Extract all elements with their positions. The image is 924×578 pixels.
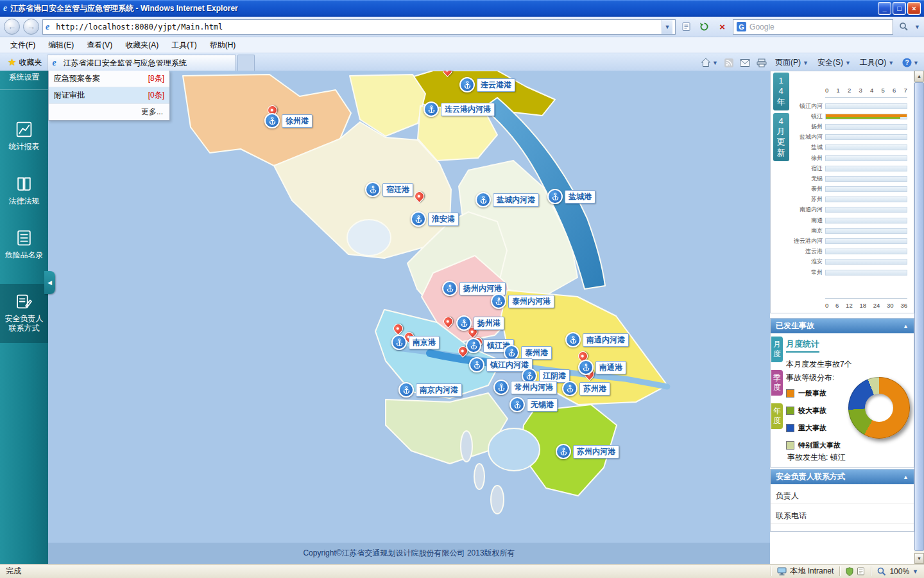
tab-char: 度 xyxy=(771,349,783,359)
command-text-buttons: 页面(P)▼安全(S)▼工具(O)▼ xyxy=(773,56,896,69)
close-button[interactable]: × xyxy=(907,2,921,15)
axis-tick-label: 36 xyxy=(900,302,907,309)
port-marker[interactable]: 连云港港 xyxy=(459,77,515,92)
sidebar-item-system-settings[interactable]: 系统设置 xyxy=(0,71,48,90)
port-marker[interactable]: 南通港 xyxy=(578,360,626,375)
search-box[interactable]: G Google xyxy=(733,19,893,35)
port-marker[interactable]: 宿迁港 xyxy=(365,182,413,197)
scroll-thumb[interactable] xyxy=(914,82,924,551)
title-bar: e 江苏省港口安全监管与应急管理系统 - Windows Internet Ex… xyxy=(0,0,924,17)
command-button[interactable]: 安全(S)▼ xyxy=(816,56,853,69)
minimize-button[interactable]: _ xyxy=(878,2,891,15)
command-button[interactable]: 页面(P)▼ xyxy=(773,56,810,69)
scroll-up-button[interactable]: ▲ xyxy=(914,71,924,82)
chart-row-label: 连云港内河 xyxy=(790,237,825,245)
port-marker[interactable]: 苏州港 xyxy=(562,381,610,396)
quick-panel-row[interactable]: 附证审批[0条] xyxy=(49,87,169,104)
axis-tick-label: 0 xyxy=(825,302,828,309)
address-dropdown-icon[interactable]: ▼ xyxy=(662,20,672,34)
forward-button[interactable]: → xyxy=(23,19,39,35)
address-bar[interactable]: e http://localhost:8080/yjpt/Main.html ▼ xyxy=(42,19,676,35)
menu-item[interactable]: 工具(T) xyxy=(165,38,203,53)
port-marker[interactable]: 连云港内河港 xyxy=(424,101,495,117)
port-marker[interactable]: 南京港 xyxy=(391,335,440,350)
sidebar-item[interactable]: 法律法规 xyxy=(0,169,48,213)
sidebar-item[interactable]: 危险品名录 xyxy=(0,223,48,267)
search-dropdown-icon[interactable]: ▼ xyxy=(914,24,920,30)
favorites-button[interactable]: ★ 收藏夹 xyxy=(3,55,47,70)
chart-row-track xyxy=(825,144,907,150)
menu-item[interactable]: 帮助(H) xyxy=(203,38,243,53)
more-link[interactable]: 更多... xyxy=(49,104,169,120)
zoom-control[interactable]: 100% ▼ xyxy=(871,565,924,578)
chart-row: 徐州 xyxy=(790,153,907,163)
chart-row-track xyxy=(825,103,907,109)
quick-panel-row[interactable]: 应急预案备案[8条] xyxy=(49,71,169,87)
compatibility-view-button[interactable] xyxy=(679,19,694,34)
port-label: 连云港内河港 xyxy=(441,103,495,116)
tab-active[interactable]: e 江苏省港口安全监管与应急管理系统 xyxy=(47,55,236,71)
menu-item[interactable]: 查看(V) xyxy=(80,38,119,53)
accident-period-tab[interactable]: 季度 xyxy=(771,370,783,396)
tabs-bar: ★ 收藏夹 e 江苏省港口安全监管与应急管理系统 ▼ 页面(P)▼安全(S)▼工… xyxy=(0,53,924,71)
contact-row: 联系电话 xyxy=(771,504,914,524)
sidebar-item[interactable]: 统计报表 xyxy=(0,114,48,159)
search-button[interactable] xyxy=(896,19,911,34)
menu-item[interactable]: 收藏夹(A) xyxy=(119,38,165,53)
update-date-strip: 14年4月更新 xyxy=(772,73,790,164)
mail-button[interactable] xyxy=(740,59,750,67)
back-button[interactable]: ← xyxy=(4,19,20,35)
port-label: 徐州港 xyxy=(282,114,312,128)
port-marker[interactable]: 泰州内河港 xyxy=(491,293,554,309)
monthly-stats-title: 月度统计 xyxy=(786,338,819,353)
home-button[interactable]: ▼ xyxy=(701,58,718,67)
collapse-icon[interactable]: ▲ xyxy=(903,474,909,480)
sidebar-collapse-handle[interactable]: ◀ xyxy=(44,271,55,294)
sidebar-item[interactable]: 安全负责人联系方式 xyxy=(0,284,48,343)
port-marker[interactable]: 常州内河港 xyxy=(493,380,557,395)
command-button[interactable]: 工具(O)▼ xyxy=(858,56,896,69)
url-text[interactable]: http://localhost:8080/yjpt/Main.html xyxy=(56,22,658,31)
port-marker[interactable]: 徐州港 xyxy=(264,113,312,128)
stop-button[interactable]: × xyxy=(715,19,730,34)
search-input[interactable]: Google xyxy=(749,22,889,31)
help-button[interactable]: ? ▼ xyxy=(902,58,919,67)
port-marker[interactable]: 淮安港 xyxy=(411,211,459,227)
accidents-panel-header[interactable]: 已发生事故 ▲ xyxy=(771,319,914,333)
map-pin-icon[interactable] xyxy=(391,322,405,335)
vertical-scrollbar[interactable]: ▲ ▼ xyxy=(914,71,924,564)
restore-button[interactable]: □ xyxy=(893,2,906,15)
accident-period-tab[interactable]: 月度 xyxy=(771,337,783,362)
port-marker[interactable]: 无锡港 xyxy=(509,397,558,412)
accident-period-tab[interactable]: 年度 xyxy=(771,403,783,429)
map-pin-icon[interactable] xyxy=(413,189,426,203)
chart-row-label: 盐城 xyxy=(790,143,825,152)
map-area[interactable]: 连云港港连云港内河港徐州港宿迁港淮安港盐城内河港盐城港扬州内河港泰州内河港扬州港… xyxy=(48,71,770,564)
feeds-button[interactable] xyxy=(724,58,733,67)
menu-item[interactable]: 编辑(E) xyxy=(42,38,80,53)
chart-row: 镇江 xyxy=(790,111,907,121)
chart-row-track xyxy=(825,228,907,234)
print-button[interactable] xyxy=(757,58,767,67)
legend-swatch xyxy=(786,424,794,432)
port-marker[interactable]: 盐城港 xyxy=(547,189,595,204)
collapse-icon[interactable]: ▲ xyxy=(903,323,909,329)
anchor-icon xyxy=(491,293,506,309)
anchor-icon xyxy=(411,211,426,227)
map-pin-icon[interactable] xyxy=(441,315,455,328)
port-label: 苏州内河港 xyxy=(573,445,619,459)
port-label: 常州内河港 xyxy=(511,381,557,394)
port-marker[interactable]: 南京内河港 xyxy=(398,382,462,398)
tab-title: 江苏省港口安全监管与应急管理系统 xyxy=(64,58,187,69)
scroll-down-button[interactable]: ▼ xyxy=(914,553,924,564)
map-pin-icon[interactable] xyxy=(441,71,454,77)
port-marker[interactable]: 盐城内河港 xyxy=(475,192,539,207)
port-marker[interactable]: 扬州港 xyxy=(456,315,504,331)
port-marker[interactable]: 南通内河港 xyxy=(565,332,629,347)
contact-panel-header[interactable]: 安全负责人联系方式 ▲ xyxy=(771,469,914,484)
refresh-button[interactable] xyxy=(697,19,712,34)
new-tab-stub[interactable] xyxy=(237,55,255,71)
axis-tick-label: 3 xyxy=(859,87,862,94)
port-marker[interactable]: 苏州内河港 xyxy=(556,444,619,459)
menu-item[interactable]: 文件(F) xyxy=(4,38,42,53)
